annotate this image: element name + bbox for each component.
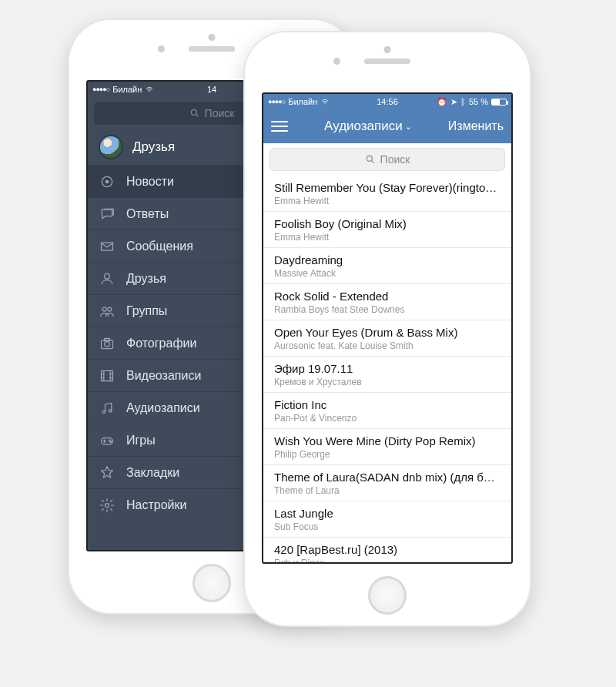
- phone-device-front: ●●●●○ Билайн 14:56 ⏰ ➤ ᛒ 55 % Аудиозапис…: [245, 32, 530, 625]
- search-input[interactable]: Поиск: [270, 148, 505, 171]
- sidebar-item-label: Закладки: [126, 466, 179, 480]
- audio-icon: [99, 400, 116, 416]
- track-title: Wish You Were Mine (Dirty Pop Remix): [274, 434, 500, 448]
- track-artist: Rambla Boys feat Stee Downes: [274, 304, 500, 315]
- wifi-icon: [145, 86, 154, 93]
- track-artist: Emma Hewitt: [274, 232, 500, 243]
- svg-point-5: [105, 273, 110, 279]
- carrier-label: Билайн: [288, 97, 317, 106]
- screen-audio: ●●●●○ Билайн 14:56 ⏰ ➤ ᛒ 55 % Аудиозапис…: [262, 92, 513, 564]
- sidebar-item-label: Друзья: [126, 272, 166, 286]
- svg-point-25: [105, 503, 109, 507]
- track-list[interactable]: Still Remember You (Stay Forever)(ringto…: [263, 176, 511, 564]
- phone-camera: [333, 58, 340, 65]
- track-title: Эфир 19.07.11: [274, 362, 500, 376]
- status-time: 14:56: [377, 97, 398, 106]
- carrier-label: Билайн: [112, 85, 142, 94]
- search-icon: [189, 108, 200, 119]
- track-row[interactable]: Эфир 19.07.11Кремов и Хрусталев: [263, 357, 511, 393]
- alarm-icon: ⏰: [437, 97, 447, 107]
- groups-icon: [99, 303, 116, 319]
- track-title: Theme of Laura(SADAN dnb mix) (для бега …: [274, 471, 500, 484]
- phone-sensor: [384, 46, 391, 53]
- svg-point-26: [367, 156, 372, 161]
- svg-line-1: [196, 115, 198, 117]
- bluetooth-icon: ᛒ: [460, 97, 466, 106]
- track-title: Daydreaming: [274, 253, 500, 267]
- sidebar-item-label: Группы: [126, 304, 167, 318]
- settings-icon: [99, 498, 116, 513]
- sidebar-item-label: Фотографии: [126, 337, 196, 350]
- track-row[interactable]: Open Your Eyes (Drum & Bass Mix)Aurosoni…: [263, 320, 511, 357]
- track-artist: Massive Attack: [274, 268, 500, 279]
- track-title: Foolish Boy (Original Mix): [274, 217, 500, 231]
- battery-icon: [491, 99, 507, 106]
- track-title: Rock Solid - Extended: [274, 290, 500, 303]
- svg-point-6: [102, 307, 106, 311]
- track-title: Last Jungle: [274, 507, 500, 521]
- profile-label: Друзья: [132, 139, 175, 155]
- nav-title-dropdown[interactable]: Аудиозаписи ⌄: [324, 119, 412, 134]
- svg-rect-11: [102, 370, 113, 380]
- replies-icon: [99, 206, 116, 222]
- track-artist: Emma Hewitt: [274, 196, 500, 206]
- svg-point-9: [105, 341, 110, 347]
- svg-point-0: [191, 109, 196, 115]
- track-row[interactable]: Fiction IncPan-Pot & Vincenzo: [263, 393, 511, 429]
- svg-point-24: [110, 441, 112, 442]
- chevron-down-icon: ⌄: [405, 122, 412, 132]
- games-icon: [99, 433, 116, 448]
- sidebar-item-label: Игры: [126, 434, 156, 447]
- wifi-icon: [320, 99, 330, 106]
- sidebar-item-label: Сообщения: [126, 240, 193, 253]
- track-row[interactable]: Wish You Were Mine (Dirty Pop Remix)Phil…: [263, 429, 511, 465]
- track-row[interactable]: 420 [RapBest.ru] (2013)Гуф и Rigos: [263, 538, 511, 564]
- avatar: [99, 135, 123, 159]
- track-artist: Sub Focus: [274, 521, 500, 532]
- track-artist: Aurosonic feat. Kate Louise Smith: [274, 340, 500, 351]
- sidebar-item-label: Видеозаписи: [126, 369, 201, 383]
- track-row[interactable]: Foolish Boy (Original Mix)Emma Hewitt: [263, 212, 511, 248]
- track-row[interactable]: DaydreamingMassive Attack: [263, 248, 511, 284]
- track-title: 420 [RapBest.ru] (2013): [274, 543, 500, 557]
- svg-point-23: [109, 440, 111, 441]
- battery-pct: 55 %: [469, 97, 488, 106]
- svg-point-7: [108, 307, 112, 311]
- phone-sensor: [209, 34, 216, 41]
- track-row[interactable]: Last JungleSub Focus: [263, 501, 511, 538]
- svg-rect-4: [102, 243, 113, 250]
- track-title: Fiction Inc: [274, 398, 500, 412]
- track-artist: Гуф и Rigos: [274, 558, 500, 564]
- track-artist: Кремов и Хрусталев: [274, 377, 500, 387]
- videos-icon: [99, 368, 116, 384]
- search-placeholder: Поиск: [380, 153, 410, 166]
- track-row[interactable]: Rock Solid - ExtendedRambla Boys feat St…: [263, 284, 511, 320]
- track-artist: Theme of Laura: [274, 485, 500, 496]
- phone-camera: [158, 45, 165, 52]
- track-artist: Philip George: [274, 449, 500, 460]
- phone-earpiece: [189, 46, 235, 52]
- phone-earpiece: [364, 59, 410, 64]
- sidebar-item-label: Настройки: [126, 498, 186, 512]
- track-row[interactable]: Still Remember You (Stay Forever)(ringto…: [263, 176, 511, 212]
- menu-button[interactable]: [271, 121, 288, 132]
- sidebar-item-label: Новости: [126, 175, 174, 189]
- track-row[interactable]: Theme of Laura(SADAN dnb mix) (для бега …: [263, 465, 511, 501]
- nav-bar: Аудиозаписи ⌄ Изменить: [263, 109, 511, 143]
- signal-icon: ●●●●○: [92, 85, 109, 93]
- svg-rect-10: [105, 338, 110, 340]
- edit-button[interactable]: Изменить: [448, 119, 504, 133]
- home-button[interactable]: [192, 564, 231, 602]
- signal-icon: ●●●●○: [268, 98, 285, 106]
- svg-point-18: [102, 411, 105, 413]
- photos-icon: [99, 336, 116, 351]
- sidebar-item-label: Аудиозаписи: [126, 401, 200, 415]
- news-icon: [99, 174, 116, 189]
- location-icon: ➤: [450, 97, 457, 107]
- friends-icon: [99, 271, 116, 287]
- sidebar-item-label: Ответы: [126, 207, 169, 221]
- search-placeholder: Поиск: [205, 107, 235, 119]
- status-bar: ●●●●○ Билайн 14:56 ⏰ ➤ ᛒ 55 %: [263, 94, 511, 109]
- home-button[interactable]: [368, 576, 407, 615]
- track-title: Open Your Eyes (Drum & Bass Mix): [274, 326, 500, 340]
